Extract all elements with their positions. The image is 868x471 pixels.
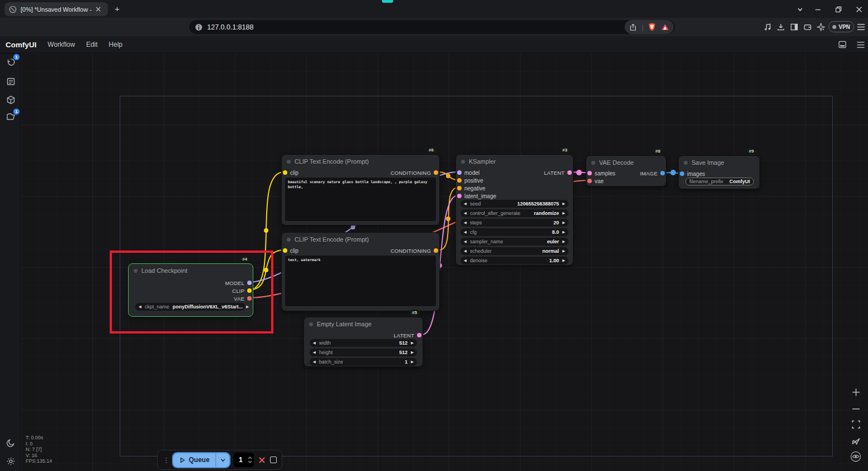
port-dot[interactable] [434,248,438,253]
increment-arrow-icon[interactable]: ▶ [411,341,414,345]
increment-arrow-icon[interactable]: ▶ [411,351,414,355]
media-control-icon[interactable] [762,21,773,32]
stepper-up-icon[interactable] [248,457,252,459]
cancel-run-icon[interactable] [258,457,266,464]
brave-shield-icon[interactable] [648,23,656,31]
widget-scheduler[interactable]: ◀schedulernormal▶ [460,247,568,255]
queue-dropdown-button[interactable] [215,453,229,467]
input-port-negative[interactable]: negative [457,184,486,192]
stop-icon[interactable] [270,457,277,463]
output-port-conditioning[interactable]: CONDITIONING [390,169,438,176]
input-port-samples[interactable]: samples [587,169,615,177]
decrement-arrow-icon[interactable]: ◀ [464,259,467,263]
port-dot[interactable] [283,170,287,175]
decrement-arrow-icon[interactable]: ◀ [464,249,467,253]
port-dot[interactable] [457,186,462,190]
settings-gear-icon[interactable] [6,456,16,466]
node-ksampler[interactable]: #3 KSampler model positive negative late… [455,154,573,266]
pan-mode-button[interactable] [850,435,861,447]
input-port-images[interactable]: images [680,170,705,178]
sidebar-toggle-icon[interactable] [788,21,800,32]
collapse-dot-icon[interactable] [287,238,291,242]
widget-control-after-generate[interactable]: ◀control_after_generaterandomize▶ [460,209,568,217]
collapse-dot-icon[interactable] [461,160,465,164]
url-bar[interactable]: 127.0.0.1:8188 [189,20,675,34]
zoom-in-button[interactable] [850,386,861,398]
zoom-out-button[interactable] [850,403,861,414]
batch-count-input[interactable]: 1 [234,453,254,467]
output-port-conditioning[interactable]: CONDITIONING [390,247,438,254]
tab-search-chevron-icon[interactable] [795,4,805,14]
increment-arrow-icon[interactable]: ▶ [562,202,565,206]
decrement-arrow-icon[interactable]: ◀ [464,240,467,244]
port-dot[interactable] [434,170,438,175]
port-dot[interactable] [457,194,462,198]
comfyui-logo[interactable]: ComfyUI [6,41,37,49]
wallet-icon[interactable] [802,21,813,32]
increment-arrow-icon[interactable]: ▶ [562,249,565,253]
drag-handle-icon[interactable]: ⋮ [163,457,169,464]
widget-width[interactable]: ◀width512▶ [310,339,417,347]
collapse-dot-icon[interactable] [309,322,313,326]
menu-edit[interactable]: Edit [86,41,98,48]
node-clip-text-encode-negative[interactable]: CLIP Text Encode (Prompt) clip CONDITION… [281,232,440,311]
menu-help[interactable]: Help [109,41,122,48]
port-dot[interactable] [457,170,462,175]
widget-steps[interactable]: ◀steps20▶ [460,219,568,227]
collapse-dot-icon[interactable] [287,160,291,164]
sidebar-queue-icon[interactable] [6,76,16,86]
output-port-latent[interactable]: LATENT [544,169,572,176]
widget-height[interactable]: ◀height512▶ [310,349,417,356]
node-clip-text-encode-positive[interactable]: #6 CLIP Text Encode (Prompt) clip CONDIT… [281,154,440,225]
toggle-link-visibility-button[interactable] [850,451,861,462]
port-dot[interactable] [587,179,592,183]
decrement-arrow-icon[interactable]: ◀ [464,221,467,225]
sidebar-workflows-icon[interactable]: 1 [6,111,16,121]
node-save-image[interactable]: #9 Save Image images filename_prefixComf… [678,155,760,189]
input-port-positive[interactable]: positive [457,176,483,184]
node-empty-latent-image[interactable]: #5 Empty Latent Image LATENT ◀width512▶ … [303,317,423,367]
node-vae-decode[interactable]: #8 VAE Decode samples vae IMAGE [586,155,666,187]
output-port-image[interactable]: IMAGE [640,169,665,177]
vpn-button[interactable]: VPN [828,21,854,32]
share-icon[interactable] [629,23,637,31]
prompt-textarea[interactable]: text, watermark [285,256,436,306]
input-port-vae[interactable]: vae [587,177,604,185]
queue-split-button[interactable]: Queue [173,453,229,467]
leo-ai-sparkle-icon[interactable] [815,21,826,32]
decrement-arrow-icon[interactable]: ◀ [313,360,316,364]
increment-arrow-icon[interactable]: ▶ [562,221,565,225]
decrement-arrow-icon[interactable]: ◀ [464,230,467,234]
theme-toggle-moon-icon[interactable] [6,438,16,448]
input-port-clip[interactable]: clip [283,247,298,254]
decrement-arrow-icon[interactable]: ◀ [464,202,467,206]
port-dot[interactable] [567,170,572,175]
port-dot[interactable] [283,248,287,253]
bottom-panel-toggle-icon[interactable] [838,40,847,51]
downloads-icon[interactable] [775,21,786,32]
tab-close-icon[interactable] [96,7,101,12]
window-close-icon[interactable] [854,4,864,14]
collapse-dot-icon[interactable] [591,161,595,165]
browser-tab[interactable]: [0%] *Unsaved Workflow - Com [4,2,108,16]
increment-arrow-icon[interactable]: ▶ [562,212,565,215]
increment-arrow-icon[interactable]: ▶ [562,240,565,244]
url-text[interactable]: 127.0.0.1:8188 [207,23,253,31]
port-dot[interactable] [660,171,665,175]
sidebar-history-icon[interactable]: 1 [6,57,16,67]
queue-button[interactable]: Queue [173,453,215,467]
port-dot[interactable] [680,171,684,176]
port-dot[interactable] [587,171,592,175]
input-port-latent-image[interactable]: latent_image [457,192,496,200]
increment-arrow-icon[interactable]: ▶ [411,360,414,364]
decrement-arrow-icon[interactable]: ◀ [313,341,316,345]
decrement-arrow-icon[interactable]: ◀ [313,351,316,355]
widget-batch-size[interactable]: ◀batch_size1▶ [310,358,417,366]
widget-sampler-name[interactable]: ◀sampler_nameeuler▶ [460,238,568,246]
menu-workflow[interactable]: Workflow [48,41,75,48]
window-minimize-icon[interactable] [813,4,823,14]
port-dot[interactable] [417,333,421,337]
comfyui-menu-icon[interactable] [856,41,865,51]
browser-menu-icon[interactable] [855,21,866,32]
decrement-arrow-icon[interactable]: ◀ [464,212,467,215]
